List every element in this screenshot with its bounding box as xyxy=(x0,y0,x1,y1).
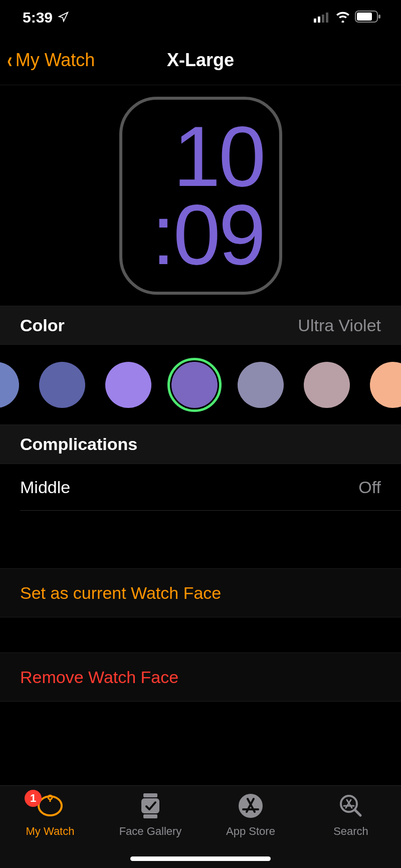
search-icon xyxy=(338,793,363,820)
color-swatch[interactable] xyxy=(304,362,350,408)
tab-bar: 1 My Watch Face Gallery xyxy=(0,785,401,868)
home-indicator[interactable] xyxy=(130,856,271,861)
complication-middle-value: Off xyxy=(358,478,381,497)
back-label: My Watch xyxy=(16,50,95,71)
svg-rect-5 xyxy=(357,13,372,21)
tab-label: App Store xyxy=(226,825,275,838)
status-indicators xyxy=(314,9,381,26)
navigation-bar: ‹ My Watch X-Large xyxy=(0,35,401,85)
color-swatch[interactable] xyxy=(105,362,151,408)
page-title: X-Large xyxy=(167,50,234,71)
tab-label: My Watch xyxy=(26,825,75,838)
spacer xyxy=(0,511,401,568)
notification-badge: 1 xyxy=(25,790,42,807)
svg-line-18 xyxy=(355,810,360,815)
tab-my-watch[interactable]: 1 My Watch xyxy=(5,792,95,868)
status-time: 5:39 xyxy=(23,9,53,26)
remove-face-label: Remove Watch Face xyxy=(20,668,178,687)
svg-rect-11 xyxy=(141,798,159,813)
chevron-left-icon: ‹ xyxy=(7,49,12,71)
color-swatch[interactable] xyxy=(370,362,401,408)
watch-face-preview: 10 :09 xyxy=(0,85,401,306)
status-bar: 5:39 xyxy=(0,0,401,35)
color-value: Ultra Violet xyxy=(298,316,381,335)
svg-rect-6 xyxy=(378,15,380,19)
watch-time-minutes: :09 xyxy=(151,195,264,274)
set-current-face-button[interactable]: Set as current Watch Face xyxy=(0,568,401,617)
spacer xyxy=(0,617,401,653)
color-swatch[interactable] xyxy=(238,362,284,408)
location-icon xyxy=(58,9,69,26)
color-swatch[interactable] xyxy=(0,362,19,408)
back-button[interactable]: ‹ My Watch xyxy=(6,49,95,71)
color-swatch[interactable] xyxy=(39,362,85,408)
complications-header: Complications xyxy=(0,425,401,464)
status-time-group: 5:39 xyxy=(23,9,69,26)
set-current-face-label: Set as current Watch Face xyxy=(20,583,221,603)
svg-rect-2 xyxy=(322,15,324,23)
svg-rect-10 xyxy=(143,793,157,797)
color-swatch-strip[interactable] xyxy=(0,345,401,425)
tab-label: Search xyxy=(333,825,368,838)
color-swatch[interactable] xyxy=(171,362,218,408)
battery-icon xyxy=(355,9,381,26)
color-label: Color xyxy=(20,316,65,335)
color-header-row: Color Ultra Violet xyxy=(0,306,401,345)
complication-middle-label: Middle xyxy=(20,478,70,497)
complication-middle-row[interactable]: Middle Off xyxy=(0,464,401,510)
svg-rect-12 xyxy=(143,814,157,818)
tab-search[interactable]: Search xyxy=(306,792,396,868)
wifi-icon xyxy=(335,9,351,26)
watch-time-hours: 10 xyxy=(173,117,264,195)
svg-rect-1 xyxy=(318,17,320,23)
svg-rect-0 xyxy=(314,19,316,23)
svg-rect-3 xyxy=(326,13,328,23)
watch-case: 10 :09 xyxy=(119,97,282,295)
tab-label: Face Gallery xyxy=(119,825,182,838)
remove-face-button[interactable]: Remove Watch Face xyxy=(0,653,401,702)
face-gallery-icon xyxy=(139,792,161,821)
app-store-icon xyxy=(238,793,263,820)
cellular-icon xyxy=(314,9,331,26)
